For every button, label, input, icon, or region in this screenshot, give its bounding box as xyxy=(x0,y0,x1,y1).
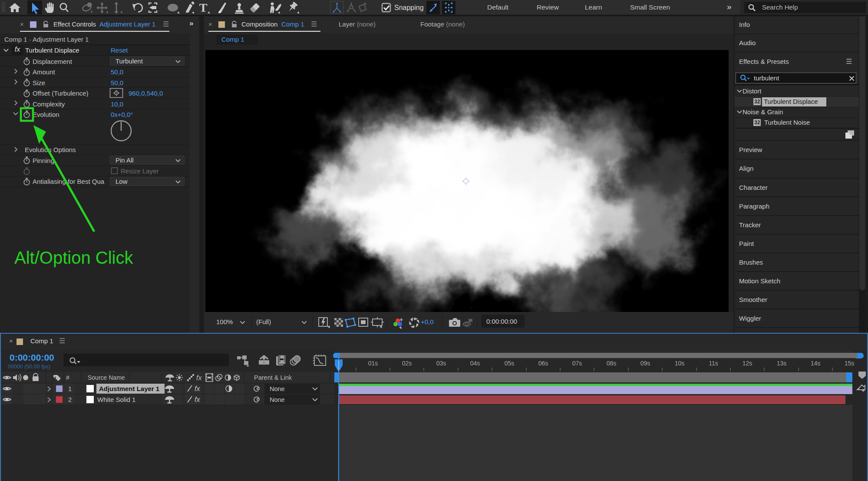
svg-text:Snapping: Snapping xyxy=(394,4,424,11)
svg-text:#: # xyxy=(66,374,69,381)
svg-text:06s: 06s xyxy=(538,360,548,367)
svg-text:White Solid 1: White Solid 1 xyxy=(97,396,135,403)
svg-text:11s: 11s xyxy=(709,360,718,367)
svg-text:01s: 01s xyxy=(368,360,378,367)
svg-text:2: 2 xyxy=(68,396,72,403)
svg-text:07s: 07s xyxy=(572,360,582,367)
svg-text:04s: 04s xyxy=(470,360,480,367)
svg-text:10s: 10s xyxy=(675,360,685,367)
svg-text:None: None xyxy=(270,396,285,403)
svg-text:Parent & Link: Parent & Link xyxy=(254,374,292,381)
svg-text:09s: 09s xyxy=(640,360,650,367)
svg-text:08s: 08s xyxy=(607,360,617,367)
svg-text:fx: fx xyxy=(195,396,200,403)
svg-text:1: 1 xyxy=(68,385,72,392)
svg-text:None: None xyxy=(270,385,285,392)
svg-text:fx: fx xyxy=(195,385,200,392)
svg-text:Source Name: Source Name xyxy=(88,374,125,381)
svg-text:T: T xyxy=(199,1,208,14)
svg-text:13s: 13s xyxy=(777,360,787,367)
svg-text:fx: fx xyxy=(196,374,202,381)
svg-text:Adjustment Layer 1: Adjustment Layer 1 xyxy=(99,385,159,392)
svg-text:05s: 05s xyxy=(505,360,515,367)
svg-text:03s: 03s xyxy=(436,360,446,367)
svg-text:14s: 14s xyxy=(811,360,821,367)
svg-text:12s: 12s xyxy=(743,360,752,367)
svg-text:02s: 02s xyxy=(402,360,412,367)
svg-text:15s: 15s xyxy=(845,360,855,367)
